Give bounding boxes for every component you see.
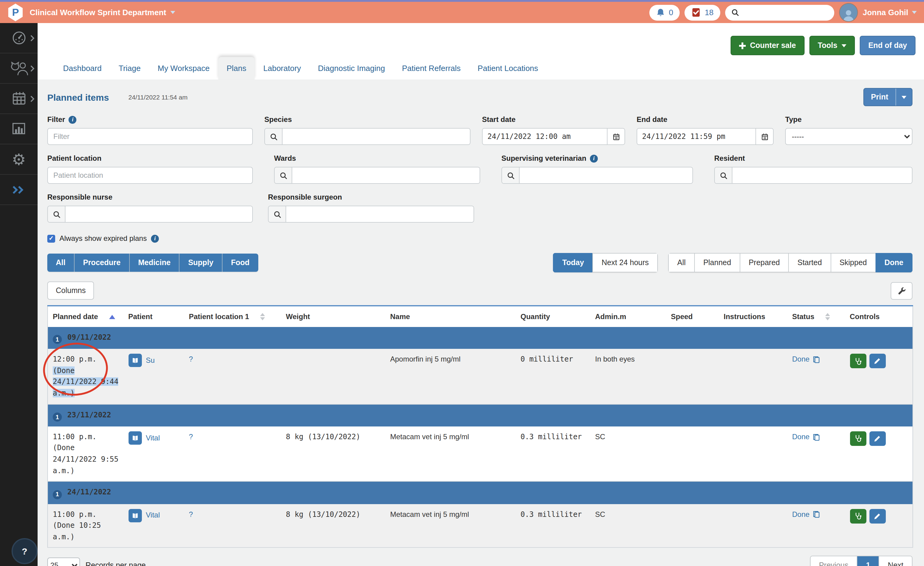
wards-input[interactable] bbox=[292, 167, 480, 183]
tab-patient-referrals[interactable]: Patient Referrals bbox=[393, 57, 469, 80]
category-procedure-button[interactable]: Procedure bbox=[75, 254, 130, 272]
edit-button[interactable] bbox=[869, 431, 885, 446]
category-medicine-button[interactable]: Medicine bbox=[130, 254, 180, 272]
edit-button[interactable] bbox=[869, 354, 885, 369]
avatar[interactable] bbox=[839, 3, 858, 22]
status-link[interactable]: Done bbox=[792, 431, 809, 443]
table-settings-button[interactable] bbox=[891, 282, 912, 300]
responsible-nurse-input[interactable] bbox=[66, 206, 252, 222]
end-date-input[interactable] bbox=[637, 129, 756, 145]
col-name[interactable]: Name bbox=[385, 306, 516, 327]
previous-page-button[interactable]: Previous bbox=[810, 557, 857, 566]
status-link[interactable]: Done bbox=[792, 509, 809, 520]
table-row[interactable]: 11:00 p.m. (Done 10:25 a.m.) Vital ? 8 k… bbox=[48, 504, 913, 548]
category-all-button[interactable]: All bbox=[47, 254, 75, 272]
print-dropdown-toggle[interactable] bbox=[896, 89, 912, 105]
info-icon[interactable] bbox=[590, 154, 598, 162]
col-patient[interactable]: Patient bbox=[123, 306, 184, 327]
treatment-button[interactable] bbox=[850, 509, 866, 523]
patient-link[interactable]: Su bbox=[146, 355, 154, 366]
col-weight[interactable]: Weight bbox=[281, 306, 385, 327]
patient-record-button[interactable] bbox=[128, 354, 142, 367]
next-page-button[interactable]: Next bbox=[879, 557, 912, 566]
filter-input[interactable] bbox=[47, 128, 253, 145]
info-icon[interactable] bbox=[151, 235, 159, 242]
tab-plans[interactable]: Plans bbox=[218, 57, 255, 80]
table-row[interactable]: 11:00 p.m. (Done 24/11/2022 9:55 a.m.) V… bbox=[48, 426, 913, 482]
notifications-button[interactable]: 0 bbox=[650, 5, 680, 20]
clipboard-icon[interactable] bbox=[813, 433, 820, 441]
col-planned-date[interactable]: Planned date bbox=[48, 306, 123, 327]
edit-button[interactable] bbox=[869, 509, 885, 523]
status-link[interactable]: Done bbox=[792, 354, 809, 365]
col-speed[interactable]: Speed bbox=[666, 306, 719, 327]
col-instructions[interactable]: Instructions bbox=[719, 306, 787, 327]
tab-laboratory[interactable]: Laboratory bbox=[255, 57, 309, 80]
status-started-button[interactable]: Started bbox=[789, 253, 831, 272]
tools-button[interactable]: Tools bbox=[809, 36, 855, 55]
columns-button[interactable]: Columns bbox=[47, 281, 94, 300]
responsible-surgeon-input[interactable] bbox=[286, 206, 474, 222]
col-quantity[interactable]: Quantity bbox=[516, 306, 590, 327]
nav-actions: Counter sale Tools End of day bbox=[730, 36, 915, 55]
start-date-input[interactable] bbox=[483, 129, 607, 145]
patient-record-button[interactable] bbox=[128, 509, 142, 522]
today-button[interactable]: Today bbox=[553, 253, 592, 272]
treatment-button[interactable] bbox=[850, 431, 866, 446]
type-select[interactable]: ----- bbox=[785, 128, 912, 145]
patient-link[interactable]: Vital bbox=[146, 510, 160, 521]
counter-sale-button[interactable]: Counter sale bbox=[730, 36, 804, 55]
user-menu[interactable]: Jonna Gohil bbox=[863, 8, 917, 17]
table-row[interactable]: 12:00 p.m. (Done 24/11/2022 9:44 a.m.) S… bbox=[48, 349, 913, 404]
expired-plans-checkbox[interactable] bbox=[47, 235, 55, 242]
tab-dashboard[interactable]: Dashboard bbox=[55, 57, 110, 80]
location-link[interactable]: ? bbox=[189, 510, 193, 518]
topbar-search[interactable] bbox=[725, 5, 834, 20]
sidebar-item-calendar[interactable] bbox=[0, 84, 38, 114]
records-per-page-select[interactable]: 25 bbox=[47, 558, 80, 566]
sidebar-item-dashboard[interactable] bbox=[0, 23, 38, 53]
tab-patient-locations[interactable]: Patient Locations bbox=[469, 57, 547, 80]
department-selector[interactable]: Clinical Workflow Sprint Department bbox=[30, 8, 175, 17]
clipboard-icon[interactable] bbox=[813, 510, 820, 518]
status-all-button[interactable]: All bbox=[668, 253, 694, 272]
patient-record-button[interactable] bbox=[128, 431, 142, 445]
location-link[interactable]: ? bbox=[189, 355, 193, 364]
tab-my-workspace[interactable]: My Workspace bbox=[149, 57, 218, 80]
location-link[interactable]: ? bbox=[189, 432, 193, 441]
resident-input[interactable] bbox=[732, 167, 912, 183]
status-planned-button[interactable]: Planned bbox=[694, 253, 740, 272]
treatment-button[interactable] bbox=[850, 354, 866, 369]
sidebar-expand-button[interactable] bbox=[0, 175, 38, 205]
current-page-button[interactable]: 1 bbox=[858, 557, 879, 566]
sidebar-item-reports[interactable] bbox=[0, 114, 38, 145]
help-button[interactable]: ? bbox=[12, 538, 38, 564]
calendar-icon[interactable] bbox=[607, 129, 624, 145]
sidebar-item-clients-patients[interactable] bbox=[0, 53, 38, 84]
filter-row-2: Patient location Wards Supervising veter… bbox=[47, 154, 912, 184]
supervising-vet-input[interactable] bbox=[520, 167, 692, 183]
tab-diagnostic-imaging[interactable]: Diagnostic Imaging bbox=[309, 57, 393, 80]
status-skipped-button[interactable]: Skipped bbox=[830, 253, 875, 272]
sidebar-item-settings[interactable]: ⚙ bbox=[0, 145, 38, 175]
category-supply-button[interactable]: Supply bbox=[180, 254, 222, 272]
calendar-icon[interactable] bbox=[756, 129, 773, 145]
category-food-button[interactable]: Food bbox=[222, 254, 258, 272]
print-button[interactable]: Print bbox=[863, 88, 912, 106]
status-done-button[interactable]: Done bbox=[876, 253, 913, 272]
status-prepared-button[interactable]: Prepared bbox=[740, 253, 789, 272]
tasks-button[interactable]: 18 bbox=[685, 5, 720, 20]
clipboard-icon[interactable] bbox=[813, 355, 820, 363]
topbar-search-input[interactable] bbox=[743, 8, 828, 17]
info-icon[interactable] bbox=[69, 116, 77, 123]
patient-location-input[interactable] bbox=[47, 167, 253, 184]
patient-link[interactable]: Vital bbox=[146, 432, 160, 444]
end-of-day-button[interactable]: End of day bbox=[860, 36, 915, 55]
provet-logo[interactable]: P bbox=[7, 4, 24, 21]
col-status[interactable]: Status bbox=[787, 306, 845, 327]
col-admin-method[interactable]: Admin.m bbox=[590, 306, 666, 327]
next-24-hours-button[interactable]: Next 24 hours bbox=[592, 253, 658, 272]
species-input[interactable] bbox=[282, 129, 470, 145]
tab-triage[interactable]: Triage bbox=[110, 57, 149, 80]
col-patient-location[interactable]: Patient location 1 bbox=[184, 306, 281, 327]
